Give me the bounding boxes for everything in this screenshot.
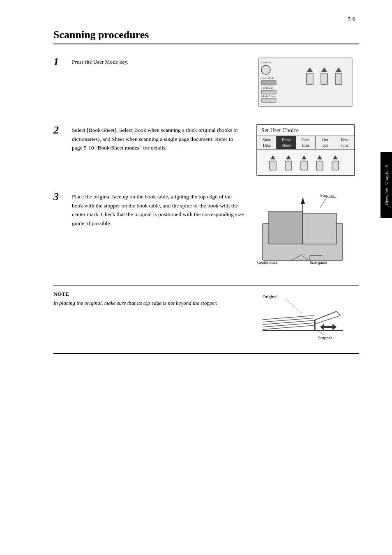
svg-text:Contrast: Contrast <box>261 61 271 64</box>
svg-marker-23 <box>333 155 338 159</box>
svg-line-50 <box>337 311 341 315</box>
svg-rect-10 <box>307 73 313 85</box>
step-3-text: Place the original face up on the book t… <box>72 191 252 228</box>
step-3-number: 3 <box>53 191 72 203</box>
step-2-image: Set User Choice SaveData BookSheet CentE… <box>252 124 359 176</box>
svg-rect-8 <box>261 99 276 102</box>
step-1-row: 1 Press the User Mode key. Contrast User… <box>53 56 359 109</box>
svg-rect-18 <box>285 161 292 170</box>
svg-text:Job Recall: Job Recall <box>261 86 273 90</box>
svg-text:User Mode: User Mode <box>261 76 274 80</box>
uc-btn-prev[interactable]: Previous <box>335 136 354 149</box>
svg-rect-4 <box>261 81 276 85</box>
svg-rect-24 <box>332 161 339 170</box>
uc-arrows-row <box>257 150 354 175</box>
page-number: 5-6 <box>348 16 355 22</box>
svg-rect-22 <box>316 161 323 170</box>
svg-rect-14 <box>335 73 342 85</box>
svg-line-51 <box>316 315 341 324</box>
svg-line-42 <box>263 315 314 320</box>
step-1-text: Press the User Mode key. <box>72 56 252 67</box>
operation-label: Operation <box>384 188 389 205</box>
note-text-col: NOTE In placing the original, make sure … <box>53 291 252 308</box>
svg-marker-19 <box>302 155 307 159</box>
page: 5-6 Chapter 5 Operation Scanning procedu… <box>0 0 392 555</box>
svg-line-49 <box>314 311 337 320</box>
svg-text:Size guide: Size guide <box>310 260 327 265</box>
note-label: NOTE <box>53 291 244 297</box>
svg-rect-12 <box>321 73 327 85</box>
uc-title: Set User Choice <box>257 125 354 136</box>
chapter-tab: Chapter 5 Operation <box>380 152 392 218</box>
user-choice-panel: Set User Choice SaveData BookSheet CentE… <box>256 124 355 176</box>
svg-point-2 <box>261 65 270 74</box>
note-section: NOTE In placing the original, make sure … <box>53 286 359 354</box>
step-2-row: 2 Select [Book/Sheet]. Select Book when … <box>53 124 359 176</box>
note-diagram-svg: Original Stopper <box>261 291 351 348</box>
control-panel-svg: Contrast User Mode Job Recall Mode Check <box>256 56 355 109</box>
section-title: Scanning procedures <box>53 29 359 44</box>
note-image-col: Original Stopper <box>252 291 359 348</box>
svg-line-32 <box>320 198 326 208</box>
uc-arrows-svg <box>265 152 347 173</box>
svg-marker-21 <box>317 155 322 159</box>
svg-rect-48 <box>314 320 316 330</box>
step-2-number: 2 <box>53 124 72 136</box>
uc-btn-cent[interactable]: CentEras <box>296 136 316 149</box>
svg-rect-20 <box>301 161 307 170</box>
svg-text:Stopper: Stopper <box>320 193 334 198</box>
step-1-image: Contrast User Mode Job Recall Mode Check <box>252 56 359 109</box>
svg-text:Original: Original <box>263 294 278 299</box>
svg-rect-26 <box>269 211 302 244</box>
chapter-label: Chapter 5 <box>384 165 389 184</box>
svg-text:Stopper: Stopper <box>318 335 332 340</box>
svg-line-41 <box>285 299 302 313</box>
svg-marker-29 <box>301 197 305 204</box>
svg-text:Center mark: Center mark <box>257 260 278 265</box>
svg-line-54 <box>318 331 324 335</box>
svg-line-46 <box>263 325 314 329</box>
step-2-text: Select [Book/Sheet]. Select Book when sc… <box>72 124 252 152</box>
scanner-diagram-svg: Stopper Center mark Size guide <box>256 191 355 271</box>
uc-buttons-row: SaveData BookSheet CentEras Output Previ… <box>257 136 354 150</box>
note-body: In placing the original, make sure that … <box>53 299 244 308</box>
step-1-number: 1 <box>53 56 72 68</box>
svg-marker-17 <box>286 155 291 159</box>
uc-btn-book[interactable]: BookSheet <box>277 136 296 149</box>
svg-marker-15 <box>270 155 275 159</box>
svg-line-43 <box>263 318 314 322</box>
svg-text:Mode Check: Mode Check <box>261 94 276 98</box>
svg-rect-16 <box>270 161 276 170</box>
step-3-image: Stopper Center mark Size guide <box>252 191 359 271</box>
svg-rect-6 <box>261 90 276 94</box>
uc-btn-out[interactable]: Output <box>316 136 335 149</box>
svg-marker-52 <box>320 324 337 330</box>
svg-rect-27 <box>303 213 337 244</box>
svg-line-45 <box>263 323 314 327</box>
uc-btn-save[interactable]: SaveData <box>257 136 277 149</box>
step-3-row: 3 Place the original face up on the book… <box>53 191 359 271</box>
svg-line-44 <box>263 320 314 325</box>
